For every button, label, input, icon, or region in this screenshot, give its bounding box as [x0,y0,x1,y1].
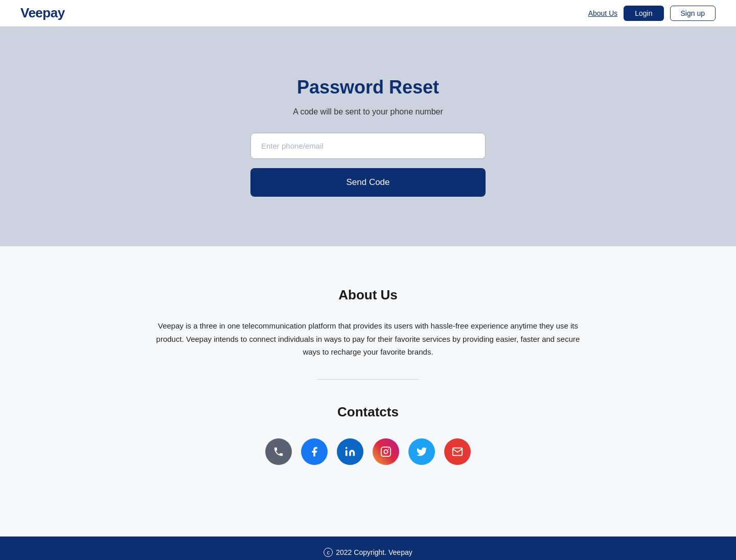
login-button[interactable]: Login [624,6,663,21]
footer-copyright-text: 2022 Copyright. Veepay [336,548,412,556]
instagram-icon[interactable] [373,438,399,465]
social-icons-container [20,438,716,465]
phone-icon[interactable] [265,438,292,465]
linkedin-icon[interactable] [337,438,363,465]
navbar-actions: About Us Login Sign up [588,6,716,21]
footer: c 2022 Copyright. Veepay [0,536,736,561]
send-code-button[interactable]: Send Code [250,168,486,197]
email-svg [452,446,463,457]
linkedin-svg [344,446,356,457]
phone-svg [273,446,284,457]
logo-text: Veepay [20,5,65,21]
about-us-nav-link[interactable]: About Us [588,9,618,17]
hero-subtitle: A code will be sent to your phone number [250,107,486,116]
instagram-svg [380,446,392,457]
copyright-icon: c [324,548,333,557]
twitter-icon[interactable] [408,438,435,465]
hero-content: Password Reset A code will be sent to yo… [240,46,496,227]
footer-text: c 2022 Copyright. Veepay [11,548,725,557]
svg-rect-1 [381,447,390,456]
contacts-section: Contatcts [20,404,716,506]
facebook-icon[interactable] [301,438,328,465]
facebook-svg [309,446,320,457]
page-title: Password Reset [250,77,486,98]
section-divider [317,379,419,380]
contacts-title: Contatcts [20,404,716,420]
hero-section: Password Reset A code will be sent to yo… [0,27,736,246]
about-section: About Us Veepay is a three in one teleco… [0,246,736,536]
about-description: Veepay is a three in one telecommunicati… [153,319,583,359]
logo: Veepay [20,5,65,21]
email-icon[interactable] [444,438,471,465]
about-title: About Us [20,287,716,303]
svg-point-0 [346,447,348,449]
twitter-svg [416,446,427,457]
navbar: Veepay About Us Login Sign up [0,0,736,27]
phone-email-input[interactable] [250,133,486,159]
signup-button[interactable]: Sign up [670,6,716,21]
